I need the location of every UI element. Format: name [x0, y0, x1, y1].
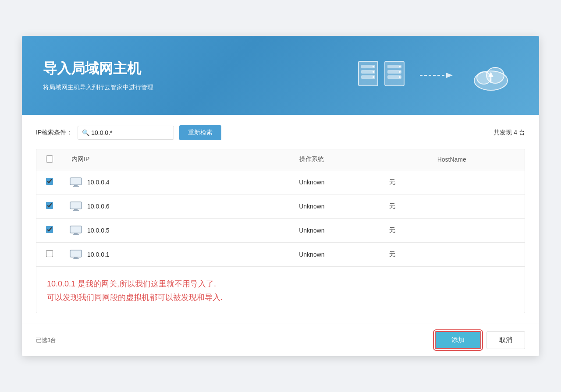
search-input-wrap: 🔍	[78, 126, 174, 140]
footer-actions: 添加 取消	[435, 331, 525, 349]
row-hostname-cell: 无	[379, 242, 525, 266]
table-header-row: 内网IP 操作系统 HostName	[36, 149, 525, 170]
svg-rect-22	[74, 185, 78, 186]
svg-point-13	[399, 76, 401, 78]
svg-rect-23	[73, 186, 79, 187]
row-os-cell: Unknown	[245, 170, 379, 194]
annotation-cell: 10.0.0.1 是我的网关,所以我们这里就不用导入了. 可以发现我们同网段的虚…	[36, 266, 525, 313]
annotation-row: 10.0.0.1 是我的网关,所以我们这里就不用导入了. 可以发现我们同网段的虚…	[36, 266, 525, 313]
search-label: IP检索条件：	[36, 129, 72, 137]
svg-rect-24	[70, 202, 82, 209]
svg-rect-29	[73, 234, 79, 235]
svg-rect-31	[74, 257, 78, 258]
row-checkbox-cell[interactable]	[36, 194, 63, 218]
add-button[interactable]: 添加	[435, 331, 481, 349]
main-dialog: 导入局域网主机 将局域网主机导入到行云管家中进行管理	[22, 36, 539, 356]
server-group	[357, 60, 406, 90]
svg-rect-26	[73, 210, 79, 211]
row-checkbox[interactable]	[46, 178, 53, 185]
row-checkbox[interactable]	[46, 226, 53, 233]
col-header-ip: 内网IP	[63, 149, 245, 170]
search-input[interactable]	[78, 126, 174, 140]
svg-point-5	[373, 71, 374, 73]
svg-rect-21	[70, 178, 82, 185]
svg-marker-15	[446, 73, 453, 78]
svg-point-4	[373, 66, 374, 67]
dialog-header: 导入局域网主机 将局域网主机导入到行云管家中进行管理	[22, 36, 539, 115]
cloud-icon	[469, 58, 513, 93]
dialog-body: IP检索条件： 🔍 重新检索 共发现 4 台 内网IP 操作系统 Hos	[22, 115, 539, 324]
row-ip-cell: 10.0.0.6	[63, 194, 245, 218]
row-hostname-cell: 无	[379, 170, 525, 194]
row-checkbox-cell[interactable]	[36, 218, 63, 242]
monitor-icon	[70, 201, 82, 211]
row-ip-cell: 10.0.0.4	[63, 170, 245, 194]
table-row: 10.0.0.5 Unknown 无	[36, 218, 525, 242]
row-ip-cell: 10.0.0.1	[63, 242, 245, 266]
select-all-checkbox[interactable]	[46, 155, 53, 162]
table-row: 10.0.0.4 Unknown 无	[36, 170, 525, 194]
row-checkbox-cell[interactable]	[36, 170, 63, 194]
row-os-cell: Unknown	[245, 218, 379, 242]
table-row: 10.0.0.6 Unknown 无	[36, 194, 525, 218]
row-checkbox[interactable]	[46, 202, 53, 209]
hosts-table: 内网IP 操作系统 HostName	[36, 149, 525, 313]
svg-point-11	[399, 66, 401, 67]
found-count: 共发现 4 台	[494, 129, 525, 137]
col-header-hostname: HostName	[379, 149, 525, 170]
row-hostname-cell: 无	[379, 194, 525, 218]
svg-point-12	[399, 71, 401, 73]
svg-rect-32	[73, 258, 79, 259]
svg-rect-28	[74, 233, 78, 234]
svg-rect-30	[70, 250, 82, 257]
server-icon-2	[383, 60, 406, 90]
search-icon: 🔍	[82, 129, 89, 136]
row-os-cell: Unknown	[245, 194, 379, 218]
svg-point-6	[373, 76, 374, 78]
monitor-icon	[70, 226, 82, 235]
search-button[interactable]: 重新检索	[179, 125, 221, 140]
row-hostname-cell: 无	[379, 218, 525, 242]
selected-count: 已选3台	[36, 336, 56, 344]
dialog-footer: 已选3台 添加 取消	[22, 324, 539, 356]
monitor-icon	[70, 250, 82, 259]
monitor-icon	[70, 177, 82, 187]
select-all-cell[interactable]	[36, 149, 63, 170]
svg-rect-25	[74, 209, 78, 210]
server-icon-1	[357, 60, 380, 90]
header-illustration	[357, 58, 513, 93]
arrow-dashed-icon	[420, 70, 455, 81]
search-row: IP检索条件： 🔍 重新检索 共发现 4 台	[36, 125, 525, 140]
row-ip-cell: 10.0.0.5	[63, 218, 245, 242]
annotation-text: 10.0.0.1 是我的网关,所以我们这里就不用导入了. 可以发现我们同网段的虚…	[47, 277, 514, 304]
table-row: 10.0.0.1 Unknown 无	[36, 242, 525, 266]
row-os-cell: Unknown	[245, 242, 379, 266]
svg-rect-27	[70, 226, 82, 233]
row-checkbox[interactable]	[46, 250, 53, 257]
col-header-os: 操作系统	[245, 149, 379, 170]
cancel-button[interactable]: 取消	[486, 331, 525, 349]
row-checkbox-cell[interactable]	[36, 242, 63, 266]
